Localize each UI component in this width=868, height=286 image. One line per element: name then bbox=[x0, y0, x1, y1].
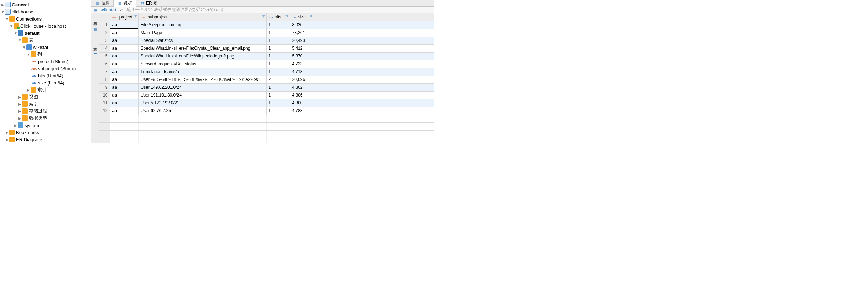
chevron-down-icon[interactable]: ▼ bbox=[9, 24, 14, 28]
cell-hits[interactable]: 1 bbox=[266, 91, 290, 99]
cell-subproject[interactable]: User:5.172.192.0/21 bbox=[138, 99, 266, 107]
cell-project[interactable]: aa bbox=[110, 99, 138, 107]
row-number[interactable]: 2 bbox=[99, 29, 110, 37]
tab-data[interactable]: ▦ 数据 bbox=[114, 0, 136, 7]
cell-project[interactable]: aa bbox=[110, 44, 138, 52]
cell-size[interactable]: 20,096 bbox=[290, 76, 314, 83]
cell-hits[interactable]: 1 bbox=[266, 29, 290, 37]
tree-item-col-project[interactable]: ABC project (String) bbox=[0, 58, 91, 65]
row-number[interactable]: 9 bbox=[99, 83, 110, 91]
filter-icon[interactable]: ⧩ bbox=[262, 15, 265, 19]
cell-size[interactable]: 5,412 bbox=[290, 44, 314, 52]
filter-input[interactable]: 输入一个 SQL 表达式来过滤结果 (使用 Ctrl+Space) bbox=[126, 7, 223, 13]
text-view-button[interactable]: 文本 bbox=[92, 39, 98, 49]
table-row[interactable]: 2aaMain_Page178,261 bbox=[99, 29, 434, 37]
cell-size[interactable]: 8,030 bbox=[290, 21, 314, 29]
row-number-header[interactable] bbox=[99, 13, 110, 21]
cell-project[interactable]: aa bbox=[110, 107, 138, 115]
tree-item-tables[interactable]: ▼ 表 bbox=[0, 37, 91, 44]
cell-size[interactable]: 4,802 bbox=[290, 83, 314, 91]
tree-item-columns[interactable]: ▼ 列 bbox=[0, 51, 91, 58]
tree-item-connection[interactable]: ▼ ClickHouse - localhost bbox=[0, 22, 91, 29]
tree-item-default[interactable]: ▼ default bbox=[0, 29, 91, 37]
cell-subproject[interactable]: Steward_requests/Bot_status bbox=[138, 60, 266, 68]
row-number[interactable]: 5 bbox=[99, 52, 110, 60]
chevron-right-icon[interactable]: ▶ bbox=[1, 3, 5, 7]
cell-project[interactable]: aa bbox=[110, 60, 138, 68]
chevron-right-icon[interactable]: ▶ bbox=[18, 102, 22, 106]
table-row[interactable]: 5aaSpecial:WhatLinksHere/File:Wikipedia-… bbox=[99, 52, 434, 60]
row-number[interactable]: 4 bbox=[99, 44, 110, 52]
column-header-project[interactable]: ABC project ⧩ bbox=[110, 13, 138, 21]
column-header-size[interactable]: 123 size ⧩ bbox=[290, 13, 314, 21]
table-row[interactable]: 9aaUser:149.62.201.0/2414,802 bbox=[99, 83, 434, 91]
cell-subproject[interactable]: Special:WhatLinksHere/File:Wikipedia-log… bbox=[138, 52, 266, 60]
cell-subproject[interactable]: User:149.62.201.0/24 bbox=[138, 83, 266, 91]
cell-hits[interactable]: 1 bbox=[266, 107, 290, 115]
row-number[interactable]: 10 bbox=[99, 91, 110, 99]
column-header-hits[interactable]: 123 hits ⧩ bbox=[266, 13, 290, 21]
row-number[interactable]: 11 bbox=[99, 99, 110, 107]
row-number[interactable]: 8 bbox=[99, 76, 110, 83]
row-number[interactable]: 7 bbox=[99, 68, 110, 76]
cell-hits[interactable]: 1 bbox=[266, 99, 290, 107]
cell-hits[interactable]: 1 bbox=[266, 68, 290, 76]
cell-hits[interactable]: 1 bbox=[266, 83, 290, 91]
chevron-down-icon[interactable]: ▼ bbox=[26, 53, 31, 56]
data-grid[interactable]: ABC project ⧩ ABC subproject ⧩ 123 hits bbox=[99, 13, 434, 143]
cell-subproject[interactable]: File:Sleeping_lion.jpg bbox=[138, 21, 266, 29]
table-row[interactable]: 10aaUser:191.101.30.0/2414,806 bbox=[99, 91, 434, 99]
cell-project[interactable]: aa bbox=[110, 52, 138, 60]
cell-size[interactable]: 4,800 bbox=[290, 99, 314, 107]
chevron-down-icon[interactable]: ▼ bbox=[1, 10, 5, 14]
chevron-right-icon[interactable]: ▶ bbox=[5, 138, 9, 142]
filter-table-name[interactable]: wikistat bbox=[101, 7, 116, 12]
tree-item-col-size[interactable]: 123 size (UInt64) bbox=[0, 79, 91, 86]
grid-icon[interactable]: ▦ bbox=[92, 26, 98, 32]
chevron-down-icon[interactable]: ▼ bbox=[5, 17, 9, 21]
cell-project[interactable]: aa bbox=[110, 91, 138, 99]
tree-item-views[interactable]: ▶ 视图 bbox=[0, 93, 91, 100]
tree-item-indexes[interactable]: ▶ 索引 bbox=[0, 86, 91, 93]
tree-item-general[interactable]: ▶ General bbox=[0, 1, 91, 8]
cell-subproject[interactable]: User:62.76.7.25 bbox=[138, 107, 266, 115]
tree-item-clickhouse[interactable]: ▼ clickhouse bbox=[0, 8, 91, 15]
cell-subproject[interactable]: Special:Statistics bbox=[138, 37, 266, 44]
chevron-right-icon[interactable]: ▶ bbox=[14, 123, 18, 127]
chevron-right-icon[interactable]: ▶ bbox=[5, 131, 9, 134]
cell-hits[interactable]: 1 bbox=[266, 21, 290, 29]
tree-item-col-hits[interactable]: 123 hits (UInt64) bbox=[0, 72, 91, 79]
table-row[interactable]: 6aaSteward_requests/Bot_status14,733 bbox=[99, 60, 434, 68]
cell-size[interactable]: 20,493 bbox=[290, 37, 314, 44]
cell-project[interactable]: aa bbox=[110, 37, 138, 44]
cell-hits[interactable]: 1 bbox=[266, 60, 290, 68]
cell-project[interactable]: aa bbox=[110, 76, 138, 83]
table-row[interactable]: 7aaTranslation_teams/ru14,718 bbox=[99, 68, 434, 76]
chevron-right-icon[interactable]: ▶ bbox=[18, 116, 22, 120]
cell-size[interactable]: 4,806 bbox=[290, 91, 314, 99]
cell-size[interactable]: 4,788 bbox=[290, 107, 314, 115]
tab-er[interactable]: ⿻ ER 图 bbox=[136, 0, 161, 6]
navigator-tree[interactable]: ▶ General ▼ clickhouse ▼ Connections ▼ C… bbox=[0, 0, 91, 143]
expand-icon[interactable]: ⤢ bbox=[118, 7, 124, 13]
tree-item-procs[interactable]: ▶ 存储过程 bbox=[0, 108, 91, 115]
chevron-right-icon[interactable]: ▶ bbox=[18, 95, 22, 99]
filter-icon[interactable]: ⧩ bbox=[310, 15, 312, 19]
cell-subproject[interactable]: Special:WhatLinksHere/File:Crystal_Clear… bbox=[138, 44, 266, 52]
text-icon[interactable]: ☰ bbox=[92, 51, 98, 58]
tree-item-system[interactable]: ▶ system bbox=[0, 122, 91, 129]
cell-hits[interactable]: 1 bbox=[266, 44, 290, 52]
cell-size[interactable]: 5,370 bbox=[290, 52, 314, 60]
cell-hits[interactable]: 2 bbox=[266, 76, 290, 83]
chevron-right-icon[interactable]: ▶ bbox=[26, 88, 31, 92]
tree-item-col-subproject[interactable]: ABC subproject (String) bbox=[0, 65, 91, 72]
chevron-down-icon[interactable]: ▼ bbox=[22, 45, 26, 49]
table-row[interactable]: 4aaSpecial:WhatLinksHere/File:Crystal_Cl… bbox=[99, 44, 434, 52]
tab-properties[interactable]: ▦ 属性 bbox=[91, 0, 114, 6]
chevron-down-icon[interactable]: ▼ bbox=[14, 31, 18, 35]
tree-item-wikistat[interactable]: ▼ wikistat bbox=[0, 44, 91, 51]
column-header-subproject[interactable]: ABC subproject ⧩ bbox=[138, 13, 266, 21]
tree-item-bookmarks[interactable]: ▶ Bookmarks bbox=[0, 129, 91, 136]
chevron-right-icon[interactable]: ▶ bbox=[18, 109, 22, 113]
table-row[interactable]: 1aaFile:Sleeping_lion.jpg18,030 bbox=[99, 21, 434, 29]
